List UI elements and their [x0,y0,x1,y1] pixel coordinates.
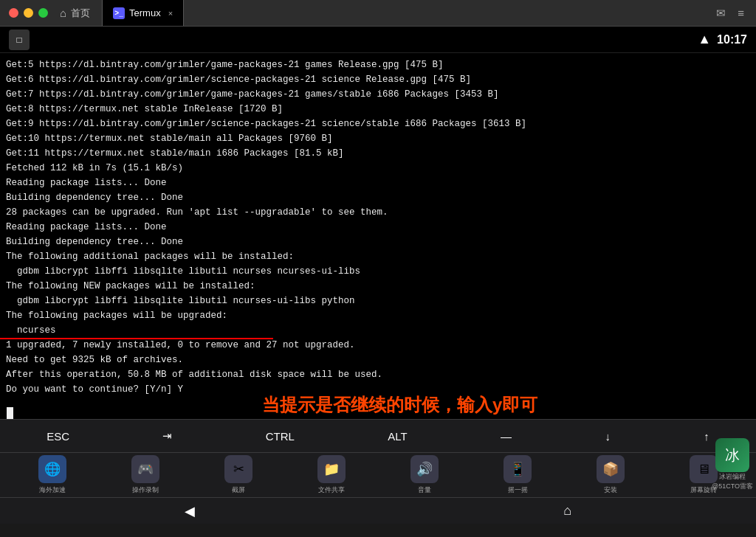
termux-tab-label: Termux [129,7,161,18]
app-label-1: 操作录制 [132,485,159,495]
watermark-logo: 冰 [715,438,749,472]
cursor-block [7,407,13,419]
app-item-3[interactable]: 📁 文件共享 [317,455,346,495]
keyboard-key-alt[interactable]: ALT [382,427,413,446]
clock: 10:17 [717,33,747,46]
app-icon-6: 📦 [597,455,625,483]
app-item-6[interactable]: 📦 安装 [597,455,625,495]
back-button[interactable]: ◀ [185,503,195,519]
keyboard-key-[interactable]: ↓ [599,427,616,446]
underline-annotation [0,338,273,339]
terminal-square-icon: □ [9,30,30,50]
app-bar: 🌐 海外加速 🎮 操作录制 ✂ 截屏 📁 文件共享 🔊 音量 📱 摇一摇 📦 安… [0,453,756,497]
terminal-output[interactable]: Get:5 https://dl.bintray.com/grimler/gam… [0,53,756,407]
app-icon-3: 📁 [317,455,346,483]
titlebar: ⌂ 首页 >_ Termux × ✉ ≡ [0,0,756,27]
menu-icon[interactable]: ≡ [738,7,744,19]
app-icon-4: 🔊 [410,455,439,483]
app-item-4[interactable]: 🔊 音量 [410,455,439,495]
close-button[interactable] [9,8,18,18]
keyboard-key-ctrl[interactable]: CTRL [260,427,300,446]
app-label-0: 海外加速 [39,485,66,495]
app-label-6: 安装 [604,485,617,495]
home-button[interactable]: ⌂ [563,503,571,519]
keyboard-key-[interactable]: ⇥ [157,426,178,446]
app-icon-5: 📱 [504,455,532,483]
app-icon-1: 🎮 [131,455,159,483]
watermark: 冰 冰岩编程@51CTO雷客 [712,438,753,491]
app-icon-2: ✂ [224,455,252,483]
app-item-1[interactable]: 🎮 操作录制 [131,455,159,495]
traffic-lights [0,8,48,18]
status-info: ▲ 10:17 [698,32,747,47]
home-tab[interactable]: ⌂ 首页 [48,0,103,26]
keyboard-key-esc[interactable]: ESC [41,427,75,446]
app-label-5: 摇一摇 [508,485,528,495]
titlebar-actions: ✉ ≡ [716,7,756,20]
wifi-icon: ▲ [698,32,711,47]
app-label-4: 音量 [418,485,431,495]
nav-bar: ◀ ⌂ [0,497,756,524]
tab-close-button[interactable]: × [168,9,173,18]
termux-tab[interactable]: >_ Termux × [103,0,184,26]
maximize-button[interactable] [38,8,48,18]
app-item-5[interactable]: 📱 摇一摇 [504,455,532,495]
app-label-3: 文件共享 [318,485,345,495]
termux-icon: >_ [113,7,125,19]
mail-icon[interactable]: ✉ [716,7,726,20]
terminal-section: Get:5 https://dl.bintray.com/grimler/gam… [0,53,756,419]
minimize-button[interactable] [24,8,33,18]
annotation-text: 当提示是否继续的时候，输入y即可 [262,393,545,417]
home-tab-label: 首页 [71,7,90,20]
app-label-2: 截屏 [232,485,245,495]
app-icon-0: 🌐 [38,455,66,483]
keyboard-bar: ESC⇥CTRLALT—↓↑ [0,419,756,453]
app-item-0[interactable]: 🌐 海外加速 [38,455,66,495]
terminal-status-bar: □ ▲ 10:17 [0,27,756,53]
app-item-2[interactable]: ✂ 截屏 [224,455,252,495]
keyboard-key-[interactable]: — [495,427,518,446]
home-icon: ⌂ [60,7,66,19]
annotation-overlay: 当提示是否继续的时候，输入y即可 [262,393,756,417]
watermark-site: 冰岩编程@51CTO雷客 [712,472,753,491]
